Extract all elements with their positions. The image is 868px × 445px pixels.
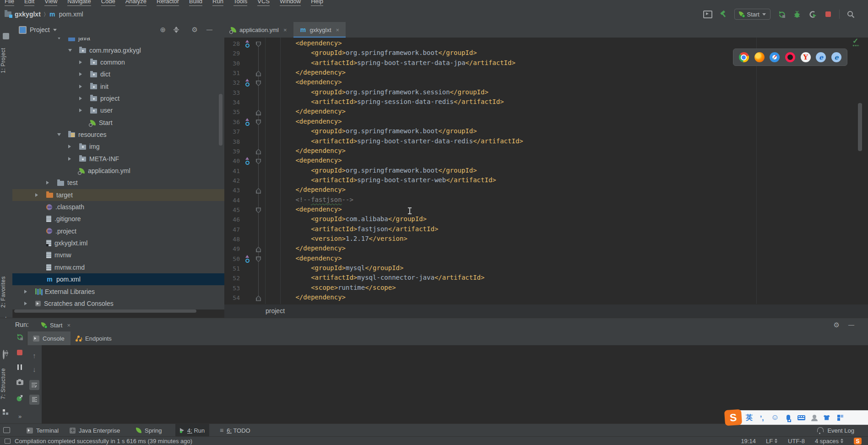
breadcrumb-tag[interactable]: project — [266, 307, 285, 315]
hide-run-panel-button[interactable]: — — [848, 321, 854, 329]
expanded-arrow-icon[interactable] — [68, 49, 72, 52]
stripe-project[interactable]: 1: Project — [0, 42, 12, 79]
fold-marker-icon[interactable] — [256, 110, 261, 115]
collapsed-arrow-icon[interactable] — [24, 290, 27, 293]
collapsed-arrow-icon[interactable] — [68, 145, 71, 148]
menu-run[interactable]: Run — [212, 0, 223, 6]
tree-item-dict[interactable]: dict — [12, 68, 224, 80]
soft-wrap-toggle[interactable] — [27, 380, 42, 390]
menu-window[interactable]: Window — [280, 0, 301, 6]
build-button[interactable] — [719, 10, 728, 19]
structure-icon[interactable] — [3, 409, 8, 415]
indent-widget[interactable]: 4 spaces — [815, 438, 844, 445]
fold-marker-icon[interactable] — [256, 71, 261, 76]
menu-edit[interactable]: Edit — [24, 0, 34, 6]
collapsed-arrow-icon[interactable] — [24, 302, 27, 305]
tree-item-test[interactable]: test — [12, 177, 224, 189]
sogou-status-icon[interactable]: S — [854, 438, 862, 445]
expanded-arrow-icon[interactable] — [57, 133, 61, 136]
tab-application-yml[interactable]: application.yml × — [224, 22, 293, 38]
pause-output-button[interactable] — [12, 364, 27, 370]
tree-item-pom-xml[interactable]: mpom.xml — [12, 273, 224, 285]
menu-tools[interactable]: Tools — [233, 0, 247, 6]
tree-item-application-yml[interactable]: application.yml — [12, 165, 224, 177]
breadcrumb-project[interactable]: gxkyglxt — [15, 11, 41, 18]
menu-vcs[interactable]: VCS — [257, 0, 270, 6]
opera-browser-icon[interactable] — [785, 52, 795, 62]
thread-dump-button[interactable] — [12, 380, 27, 385]
project-panel-title[interactable]: Project — [30, 26, 50, 33]
keyboard-icon[interactable] — [797, 415, 805, 420]
menu-refactor[interactable]: Refactor — [157, 0, 179, 6]
yandex-browser-icon[interactable]: Y — [801, 52, 811, 62]
tree-item-img[interactable]: img — [12, 141, 224, 152]
tree-item-gxkyglxt-iml[interactable]: gxkyglxt.iml — [12, 237, 224, 249]
collapsed-arrow-icon[interactable] — [68, 157, 71, 161]
chevron-down-icon[interactable] — [53, 29, 57, 31]
tree-item-start[interactable]: Start — [12, 116, 224, 128]
fold-marker-icon[interactable] — [256, 81, 261, 86]
fold-marker-icon[interactable] — [256, 247, 261, 252]
open-in-window-button[interactable] — [703, 10, 712, 19]
tree-item-scratches-and-consoles[interactable]: Scratches and Consoles — [12, 298, 224, 309]
debug-button[interactable] — [792, 10, 802, 19]
chrome-browser-icon[interactable] — [739, 52, 749, 62]
collapsed-arrow-icon[interactable] — [79, 85, 82, 88]
settings-button[interactable]: ⚙ — [192, 26, 198, 33]
fold-marker-icon[interactable] — [256, 207, 261, 213]
close-icon[interactable]: × — [67, 322, 71, 329]
tree-item-user[interactable]: user — [12, 104, 224, 116]
tab-console[interactable]: Console — [27, 331, 71, 345]
tab-endpoints[interactable]: Endpoints — [70, 331, 118, 345]
menu-code[interactable]: Code — [101, 0, 115, 6]
rerun-button[interactable] — [777, 10, 786, 19]
inspection-ok-icon[interactable]: ✓ — [852, 38, 858, 45]
ime-language-indicator[interactable]: 英 — [746, 413, 753, 422]
edge-browser-icon[interactable]: e — [831, 52, 841, 62]
expanded-arrow-icon[interactable] — [57, 38, 61, 39]
maven-dependency-gutter-icon[interactable] — [244, 79, 250, 87]
tree-item-gitignore[interactable]: .gitignore — [12, 213, 224, 225]
menu-help[interactable]: Help — [311, 0, 323, 6]
fold-marker-icon[interactable] — [256, 119, 261, 125]
event-log-button[interactable]: Event Log — [817, 424, 854, 437]
breadcrumb-file[interactable]: pom.xml — [59, 11, 83, 18]
tree-item-project[interactable]: .project — [12, 225, 224, 237]
toolbox-icon[interactable] — [837, 415, 843, 421]
run-settings-button[interactable]: ⚙ — [834, 321, 840, 329]
sogou-logo-icon[interactable]: S — [724, 409, 742, 426]
close-icon[interactable]: × — [283, 27, 287, 33]
tree-item-java[interactable]: java — [12, 38, 224, 44]
tree-item-target[interactable]: target — [12, 189, 224, 201]
toolwindow-button-terminal[interactable]: Terminal — [22, 424, 63, 437]
fold-marker-icon[interactable] — [256, 149, 261, 154]
status-window-icon[interactable] — [5, 439, 11, 444]
tree-horizontal-scrollbar[interactable] — [14, 309, 196, 313]
encoding-widget[interactable]: UTF-8 — [788, 438, 805, 445]
tree-item-classpath[interactable]: .classpath — [12, 201, 224, 213]
scroll-down-button[interactable]: ↓ — [27, 365, 42, 373]
stripe-structure[interactable]: 7: Structure — [0, 362, 12, 406]
exit-process-button[interactable] — [12, 395, 27, 402]
more-actions-button[interactable]: » — [12, 413, 27, 420]
coverage-button[interactable] — [808, 10, 817, 19]
tree-item-common[interactable]: common — [12, 56, 224, 68]
stop-button[interactable] — [824, 10, 833, 19]
maven-dependency-gutter-icon[interactable] — [244, 40, 250, 49]
menu-view[interactable]: View — [44, 0, 57, 6]
scroll-up-button[interactable]: ↑ — [27, 352, 42, 359]
menu-navigate[interactable]: Navigate — [67, 0, 91, 6]
fold-marker-icon[interactable] — [256, 188, 261, 194]
run-tab-start[interactable]: Start × — [36, 318, 76, 332]
collapsed-arrow-icon[interactable] — [35, 193, 38, 197]
collapsed-arrow-icon[interactable] — [79, 109, 82, 112]
safari-browser-icon[interactable] — [770, 52, 780, 62]
run-configuration-select[interactable]: Start — [734, 9, 770, 20]
fold-marker-icon[interactable] — [256, 42, 261, 47]
locate-file-button[interactable]: ⊕ — [160, 26, 166, 33]
search-everywhere-button[interactable] — [846, 10, 855, 19]
collapsed-arrow-icon[interactable] — [79, 60, 82, 64]
tree-item-mvnw-cmd[interactable]: mvnw.cmd — [12, 261, 224, 273]
ie-browser-icon[interactable]: e — [816, 52, 826, 62]
collapse-all-button[interactable] — [173, 27, 179, 33]
